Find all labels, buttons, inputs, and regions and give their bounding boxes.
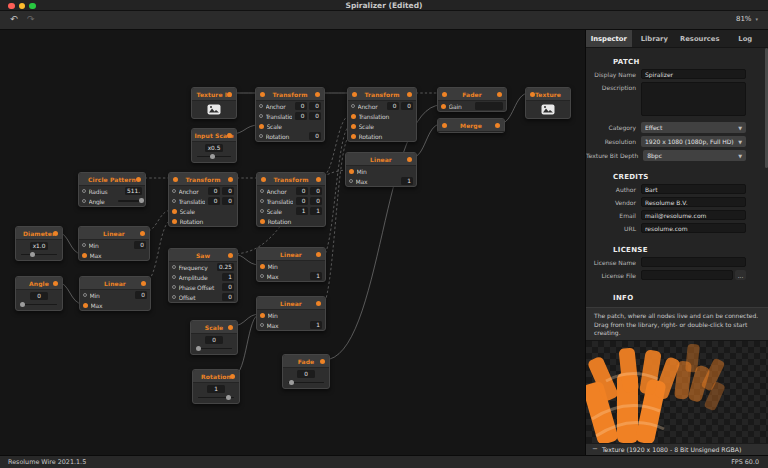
value-field[interactable]: 1: [310, 321, 322, 329]
input-port[interactable]: [261, 177, 266, 182]
patch-canvas[interactable]: Texture InTransformAnchor00Translation00…: [0, 30, 585, 455]
node-slider[interactable]: [196, 345, 232, 354]
port[interactable]: [260, 209, 264, 213]
slider-handle[interactable]: [20, 302, 25, 307]
port[interactable]: [259, 134, 263, 138]
category-dropdown[interactable]: Effect▼: [641, 122, 746, 133]
value-field[interactable]: 0: [295, 112, 307, 120]
port[interactable]: [82, 189, 86, 193]
port[interactable]: [260, 199, 264, 203]
port[interactable]: [259, 114, 263, 118]
connected-port[interactable]: [82, 253, 87, 258]
value-field[interactable]: 1: [310, 272, 322, 280]
node-merge[interactable]: Merge: [437, 118, 505, 133]
value-field[interactable]: 0: [401, 102, 413, 110]
connected-port[interactable]: [260, 264, 265, 269]
output-port[interactable]: [495, 123, 500, 128]
value-field[interactable]: 0: [222, 283, 234, 291]
output-port[interactable]: [230, 374, 235, 379]
url-input[interactable]: [641, 223, 746, 233]
output-port[interactable]: [227, 133, 232, 138]
value-field[interactable]: x0.5: [205, 144, 223, 152]
output-port[interactable]: [316, 252, 321, 257]
connected-port[interactable]: [441, 104, 446, 109]
node-slider[interactable]: [21, 301, 57, 310]
node-titlebar[interactable]: Transform: [256, 88, 324, 101]
resolution-dropdown[interactable]: 1920 x 1080 (1080p, Full HD)▼: [641, 136, 746, 147]
node-circle-pattern[interactable]: Circle PatternRadius511.Angle: [78, 172, 146, 207]
output-port[interactable]: [316, 177, 321, 182]
slider-handle[interactable]: [210, 154, 215, 159]
zoom-level-dropdown[interactable]: 81% ▾: [736, 15, 758, 23]
value-field[interactable]: 0: [387, 102, 399, 110]
value-field[interactable]: 0: [296, 197, 308, 205]
email-input[interactable]: [641, 210, 746, 220]
node-linear-4[interactable]: LinearMinMax1: [256, 247, 326, 282]
node-input-scale[interactable]: Input Scalex0.5: [191, 128, 237, 163]
connected-port[interactable]: [351, 134, 356, 139]
connected-port[interactable]: [260, 313, 265, 318]
node-diameter[interactable]: Diameterx1.0: [15, 226, 63, 261]
tab-library[interactable]: Library: [632, 30, 678, 47]
value-field[interactable]: 1: [401, 177, 413, 185]
undo-icon[interactable]: ↶: [10, 14, 18, 24]
port[interactable]: [259, 104, 263, 108]
port[interactable]: [172, 199, 176, 203]
value-field[interactable]: x1.0: [30, 242, 48, 250]
value-field[interactable]: 0: [134, 241, 146, 249]
node-titlebar[interactable]: Scale: [191, 321, 237, 334]
display-name-input[interactable]: [641, 69, 746, 79]
collapse-icon[interactable]: −: [592, 446, 598, 453]
value-field[interactable]: 0: [222, 187, 234, 195]
port[interactable]: [349, 179, 353, 183]
node-transform-3[interactable]: TransformAnchor00Translation00ScaleRotat…: [168, 172, 238, 227]
output-port[interactable]: [136, 177, 141, 182]
node-texture-out[interactable]: Texture: [525, 87, 571, 119]
node-linear-5[interactable]: LinearMinMax1: [256, 296, 326, 331]
value-field[interactable]: 0: [309, 112, 321, 120]
node-rotation[interactable]: Rotation1: [192, 369, 240, 404]
node-slider[interactable]: [288, 379, 324, 388]
output-port[interactable]: [140, 231, 145, 236]
port[interactable]: [172, 275, 176, 279]
node-titlebar[interactable]: Angle: [16, 277, 62, 290]
node-titlebar[interactable]: Linear: [257, 297, 325, 310]
value-field[interactable]: 0: [222, 293, 234, 301]
input-port[interactable]: [442, 92, 447, 97]
input-port[interactable]: [352, 92, 357, 97]
value-field[interactable]: 1: [207, 385, 225, 393]
output-port[interactable]: [141, 281, 146, 286]
slider-handle[interactable]: [289, 380, 294, 385]
node-angle[interactable]: Angle0: [15, 276, 63, 311]
value-field[interactable]: 0: [297, 370, 315, 378]
slider-handle[interactable]: [226, 395, 231, 400]
node-linear-2[interactable]: LinearMin0Max: [78, 226, 150, 261]
port[interactable]: [83, 293, 87, 297]
value-field[interactable]: [475, 102, 503, 110]
value-field[interactable]: 0: [295, 102, 307, 110]
slider-handle[interactable]: [139, 198, 144, 203]
author-input[interactable]: [641, 184, 746, 194]
node-titlebar[interactable]: Circle Pattern: [79, 173, 145, 186]
value-field[interactable]: 0: [208, 187, 220, 195]
vendor-input[interactable]: [641, 197, 746, 207]
description-input[interactable]: [641, 82, 746, 116]
port[interactable]: [172, 295, 176, 299]
node-titlebar[interactable]: Linear: [346, 153, 416, 166]
connected-port[interactable]: [172, 209, 177, 214]
value-field[interactable]: 0: [309, 102, 321, 110]
value-field[interactable]: 0: [135, 291, 147, 299]
value-field[interactable]: 511.: [125, 187, 142, 195]
output-port[interactable]: [407, 92, 412, 97]
output-port[interactable]: [316, 301, 321, 306]
port[interactable]: [260, 189, 264, 193]
node-titlebar[interactable]: Fade: [283, 355, 329, 368]
output-port[interactable]: [407, 157, 412, 162]
value-field[interactable]: 0: [208, 197, 220, 205]
input-port[interactable]: [173, 177, 178, 182]
tab-resources[interactable]: Resources: [677, 30, 723, 47]
node-fader[interactable]: FaderGain: [437, 87, 507, 112]
port[interactable]: [172, 285, 176, 289]
browse-file-button[interactable]: ...: [735, 270, 746, 280]
value-field[interactable]: 1: [310, 207, 322, 215]
